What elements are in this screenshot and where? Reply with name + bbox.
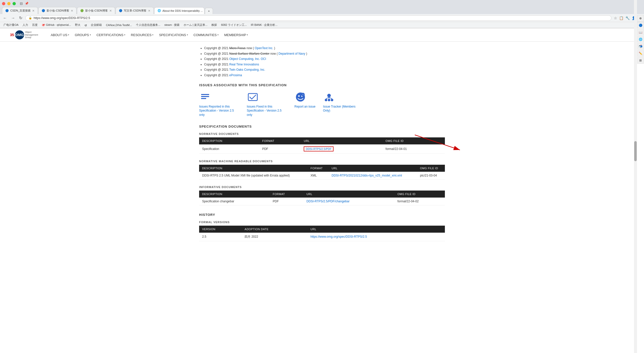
- address-box[interactable]: 🔒 https://www.omg.org/spec/DDSI-RTPS/2.5: [25, 15, 611, 21]
- scrollbar-track[interactable]: [634, 0, 637, 253]
- tab-label: 影小妆-CSDN博客: [85, 9, 108, 13]
- bookmark-renli[interactable]: 人力: [21, 23, 30, 27]
- tab-close-button[interactable]: ✕: [71, 9, 73, 13]
- collections-button[interactable]: 📋: [619, 16, 624, 21]
- tab-csdn-baidu[interactable]: 🔵 CSDN_百度搜索 ✕: [2, 7, 38, 14]
- bookmark-rakuten[interactable]: ホーム | 楽天証券...: [182, 23, 209, 27]
- tab-xiewen-csdn[interactable]: 🔵 写文章-CSDN博客 ✕: [116, 7, 154, 14]
- issues-fixed-link[interactable]: Issues Fixed in this Specification - Ver…: [247, 105, 287, 117]
- department-of-navy-link[interactable]: Department of Navy: [279, 52, 305, 55]
- opentext-link[interactable]: OpenText Inc.: [255, 46, 273, 50]
- nav-certifications[interactable]: CERTIFICATIONS ▾: [94, 32, 128, 38]
- chevron-icon: ▾: [68, 34, 69, 36]
- issue-card-fixed[interactable]: Issues Fixed in this Specification - Ver…: [247, 91, 287, 117]
- issues-reported-link[interactable]: Issues Reported in this Specification - …: [199, 105, 239, 117]
- scrollbar-thumb[interactable]: [634, 141, 637, 161]
- ddsi-rtps-pdf-link[interactable]: DDSI-RTPS/2.5/PDF: [304, 146, 334, 151]
- reload-button[interactable]: ↻: [18, 15, 23, 21]
- sidebar-icon-3[interactable]: 📖: [637, 29, 644, 36]
- nav-membership[interactable]: MEMBERSHIP ▾: [222, 32, 251, 38]
- nav-about-us[interactable]: ABOUT US ▾: [48, 32, 72, 38]
- row-url: DDSI-RTPS/2.5/PDF/changebar: [303, 198, 394, 205]
- issue-tracker-link[interactable]: Issue Tracker (Members Only): [323, 105, 363, 113]
- tab-close-button[interactable]: ✕: [109, 9, 112, 13]
- report-issue-link[interactable]: Report an issue: [294, 105, 315, 109]
- svg-point-12: [331, 99, 333, 101]
- tab-close-button[interactable]: ✕: [148, 9, 150, 13]
- spec-docs-heading: SPECIFICATION DOCUMENTS: [199, 125, 445, 128]
- bookmark-irbank[interactable]: IR BANK · 企業分析...: [249, 23, 279, 27]
- col-url: URL: [303, 191, 394, 198]
- rti-link[interactable]: Real Time Innovations: [229, 63, 259, 66]
- bookmark-kabutan[interactable]: 株探: [210, 23, 218, 27]
- tab-yingxiao-2[interactable]: 🟢 影小妆-CSDN博客 ✕: [77, 7, 115, 14]
- history-heading: HISTORY: [199, 213, 445, 217]
- new-tab-button[interactable]: +: [205, 8, 213, 14]
- sidebar-icon-1[interactable]: ⊕: [637, 15, 644, 22]
- bookmark-email[interactable]: 企业邮箱: [89, 23, 103, 27]
- maximize-window-button[interactable]: [13, 2, 16, 5]
- sidebar-icon-2[interactable]: 🔵: [637, 22, 644, 29]
- sidebar-icon-6[interactable]: ✏️: [637, 50, 644, 57]
- bookmark-guangdian[interactable]: 广电计量OA: [2, 23, 20, 27]
- tab-close-button[interactable]: ✕: [32, 9, 35, 13]
- bookmark-yehuo[interactable]: 野火: [73, 23, 82, 27]
- row-url: DDSI-RTPS/20210212/dds-rtps_v25_model_xm…: [329, 172, 417, 180]
- changebar-link[interactable]: DDSI-RTPS/2.5/PDF/changebar: [306, 200, 350, 203]
- col-format: FORMAT: [307, 165, 329, 172]
- eprosima-link[interactable]: eProsima: [229, 73, 242, 77]
- forward-button[interactable]: →: [10, 15, 16, 21]
- issue-card-reported[interactable]: Issues Reported in this Specification - …: [199, 91, 239, 117]
- copyright-item-5: Copyright @ 2021 Twin Oaks Computing, In…: [204, 67, 445, 73]
- bookmark-canoe[interactable]: CANoe,DIVa TestM...: [104, 23, 133, 27]
- nav-communities[interactable]: COMMUNITIES ▾: [191, 32, 221, 38]
- col-omg-file-id: OMG FILE ID: [417, 165, 445, 172]
- favorites-button[interactable]: ☆: [613, 16, 618, 21]
- copyright-item-2: Copyright @ 2021 Naval Surface Warfare C…: [204, 51, 445, 57]
- sidebar-expand-icon[interactable]: ⊞: [637, 57, 644, 64]
- logo-35: 35: [10, 33, 14, 37]
- tab-label: 影小妆-CSDN博客: [47, 9, 69, 13]
- nav-specifications[interactable]: SPECIFICATIONS ▾: [156, 32, 190, 38]
- tab-yingxiao-1[interactable]: 🔵 影小妆-CSDN博客 ✕: [38, 7, 76, 14]
- row-url: DDSI-RTPS/2.5/PDF: [301, 144, 382, 154]
- sidebar-icon-5[interactable]: 📬: [637, 43, 644, 50]
- row-adoption-date: 四月 2022: [241, 233, 307, 241]
- address-text: https://www.omg.org/spec/DDSI-RTPS/2.5: [34, 16, 90, 20]
- bookmark-6082[interactable]: 6082 ライドオン工...: [219, 23, 248, 27]
- copyright-item-6: Copyright @ 2021 eProsima: [204, 73, 445, 78]
- bookmark-personal[interactable]: 个人信息信息服务...: [134, 23, 162, 27]
- bookmark-qt[interactable]: qt: [83, 23, 88, 27]
- spec-url-link[interactable]: https://www.omg.org/spec/DDSI-RTPS/2.5: [310, 235, 367, 238]
- nav-resources[interactable]: RESOURCES ▾: [128, 32, 156, 38]
- bookmarks-bar: 广电计量OA 人力 百度 🐙 GitHub · qt/qtserial... 野…: [0, 22, 644, 28]
- tab-omg-dds[interactable]: 🌐 About the DDS Interoperability ... ✕: [154, 7, 204, 14]
- row-description: Specification changebar: [199, 198, 270, 205]
- svg-rect-2: [201, 98, 206, 99]
- normative-table-wrapper: DESCRIPTION FORMAT URL OMG FILE ID Speci…: [199, 137, 445, 154]
- tab-label: CSDN_百度搜索: [10, 9, 31, 13]
- bookmark-baidu[interactable]: 百度: [31, 23, 39, 27]
- back-button[interactable]: ←: [2, 15, 8, 21]
- bookmark-github[interactable]: 🐙 GitHub · qt/qtserial...: [40, 23, 72, 27]
- minimize-window-button[interactable]: [7, 2, 11, 5]
- oci-link[interactable]: Object Computing, Inc. OCI: [229, 57, 266, 61]
- issues-section: ISSUES ASSOCIATED WITH THIS SPECIFICATIO…: [199, 83, 445, 117]
- close-window-button[interactable]: [2, 2, 5, 5]
- extensions-button[interactable]: 🔧: [625, 16, 630, 21]
- issue-card-tracker[interactable]: Issue Tracker (Members Only): [323, 91, 363, 117]
- sidebar-icon-4[interactable]: 🌐: [637, 36, 644, 43]
- col-omg-file-id: OMG FILE ID: [394, 191, 445, 198]
- nav-groups[interactable]: GROUPS ▾: [72, 32, 93, 38]
- col-version: VERSION: [199, 226, 241, 233]
- issue-card-report[interactable]: ! Report an issue: [294, 91, 315, 117]
- informative-docs-heading: INFORMATIVE DOCUMENTS: [199, 186, 445, 189]
- issue-tracker-icon: [323, 91, 335, 103]
- page-content: Copyright @ 2021 Micro Focus now ( OpenT…: [189, 42, 455, 253]
- col-url: URL: [329, 165, 417, 172]
- bookmark-steam[interactable]: steam · 搜索: [163, 23, 181, 27]
- col-url: URL: [301, 137, 382, 144]
- twin-oaks-link[interactable]: Twin Oaks Computing, Inc.: [229, 68, 265, 71]
- row-omg-file-id: formal/22-04-01: [382, 144, 445, 154]
- uml-xmi-link[interactable]: DDSI-RTPS/20210212/dds-rtps_v25_model_xm…: [332, 174, 402, 177]
